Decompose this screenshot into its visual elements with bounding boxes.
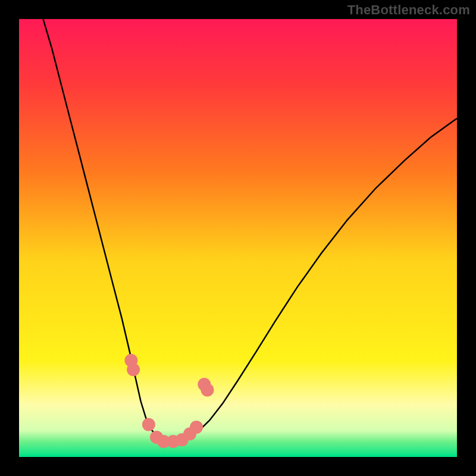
attribution-text: TheBottleneck.com bbox=[347, 2, 470, 18]
data-marker bbox=[142, 418, 155, 431]
data-marker bbox=[201, 383, 214, 396]
chart-frame: TheBottleneck.com bbox=[0, 0, 476, 476]
data-marker bbox=[190, 421, 203, 434]
bottom-green-line bbox=[19, 455, 457, 457]
data-marker bbox=[127, 363, 140, 376]
plot-gradient-background bbox=[19, 19, 457, 457]
bottleneck-chart bbox=[0, 0, 476, 476]
